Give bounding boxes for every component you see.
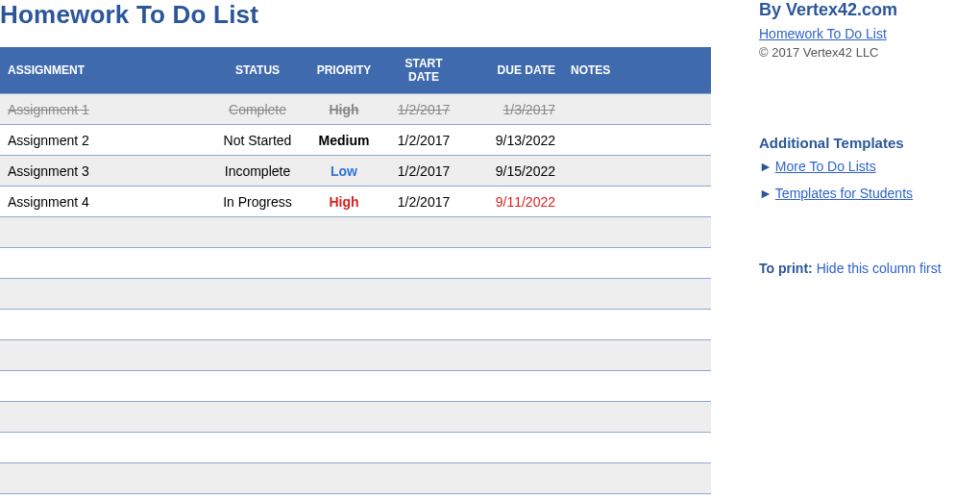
cell-empty[interactable] — [380, 248, 467, 279]
cell-empty[interactable] — [307, 340, 380, 371]
cell-empty[interactable] — [208, 340, 307, 371]
cell-empty[interactable] — [208, 217, 307, 248]
cell-due-date[interactable]: 9/15/2022 — [467, 156, 563, 187]
cell-empty[interactable] — [467, 340, 563, 371]
cell-empty[interactable] — [467, 402, 563, 433]
cell-notes[interactable] — [563, 125, 711, 156]
cell-empty[interactable] — [208, 371, 307, 402]
cell-start-date[interactable]: 1/2/2017 — [380, 187, 467, 217]
cell-empty[interactable] — [0, 433, 208, 463]
cell-empty[interactable] — [307, 279, 380, 310]
cell-empty[interactable] — [563, 217, 711, 248]
cell-notes[interactable] — [563, 94, 711, 125]
cell-empty[interactable] — [563, 494, 711, 500]
cell-empty[interactable] — [467, 433, 563, 463]
cell-empty[interactable] — [380, 402, 467, 433]
table-row-empty — [0, 340, 711, 371]
cell-empty[interactable] — [307, 217, 380, 248]
cell-empty[interactable] — [307, 402, 380, 433]
cell-empty[interactable] — [208, 463, 307, 494]
additional-templates-title: Additional Templates — [759, 135, 980, 151]
cell-due-date[interactable]: 9/13/2022 — [467, 125, 563, 156]
cell-notes[interactable] — [563, 187, 711, 217]
cell-empty[interactable] — [380, 340, 467, 371]
sidebar-link-more-todo[interactable]: ►More To Do Lists — [759, 159, 980, 174]
table-row: Assignment 2Not StartedMedium1/2/20179/1… — [0, 125, 711, 156]
cell-empty[interactable] — [563, 463, 711, 494]
cell-assignment[interactable]: Assignment 2 — [0, 125, 208, 156]
sidebar-main-link[interactable]: Homework To Do List — [759, 26, 887, 41]
cell-start-date[interactable]: 1/2/2017 — [380, 156, 467, 187]
sidebar-link-label: More To Do Lists — [775, 159, 876, 174]
cell-start-date[interactable]: 1/2/2017 — [380, 125, 467, 156]
table-row-empty — [0, 463, 711, 494]
cell-empty[interactable] — [380, 371, 467, 402]
cell-status[interactable]: Complete — [208, 94, 307, 125]
table-row: Assignment 3IncompleteLow1/2/20179/15/20… — [0, 156, 711, 187]
cell-empty[interactable] — [467, 310, 563, 340]
cell-empty[interactable] — [208, 248, 307, 279]
cell-empty[interactable] — [307, 248, 380, 279]
cell-empty[interactable] — [380, 310, 467, 340]
cell-priority[interactable]: Low — [307, 156, 380, 187]
cell-empty[interactable] — [0, 217, 208, 248]
cell-empty[interactable] — [307, 433, 380, 463]
cell-assignment[interactable]: Assignment 1 — [0, 94, 208, 125]
cell-assignment[interactable]: Assignment 4 — [0, 187, 208, 217]
cell-due-date[interactable]: 1/3/2017 — [467, 94, 563, 125]
cell-due-date[interactable]: 9/11/2022 — [467, 187, 563, 217]
cell-empty[interactable] — [467, 371, 563, 402]
cell-status[interactable]: In Progress — [208, 187, 307, 217]
cell-notes[interactable] — [563, 156, 711, 187]
cell-empty[interactable] — [563, 248, 711, 279]
cell-empty[interactable] — [0, 310, 208, 340]
cell-empty[interactable] — [380, 463, 467, 494]
cell-empty[interactable] — [0, 279, 208, 310]
cell-empty[interactable] — [0, 248, 208, 279]
cell-assignment[interactable]: Assignment 3 — [0, 156, 208, 187]
cell-empty[interactable] — [563, 402, 711, 433]
cell-empty[interactable] — [307, 310, 380, 340]
cell-empty[interactable] — [563, 340, 711, 371]
cell-empty[interactable] — [208, 433, 307, 463]
col-notes: NOTES — [563, 47, 711, 94]
cell-empty[interactable] — [208, 402, 307, 433]
cell-start-date[interactable]: 1/2/2017 — [380, 94, 467, 125]
table-row: Assignment 4In ProgressHigh1/2/20179/11/… — [0, 187, 711, 217]
cell-empty[interactable] — [380, 217, 467, 248]
table-row-empty — [0, 217, 711, 248]
cell-empty[interactable] — [0, 402, 208, 433]
table-row-empty — [0, 402, 711, 433]
cell-status[interactable]: Not Started — [208, 125, 307, 156]
cell-empty[interactable] — [307, 463, 380, 494]
cell-empty[interactable] — [0, 340, 208, 371]
cell-empty[interactable] — [380, 433, 467, 463]
sidebar-link-templates-students[interactable]: ►Templates for Students — [759, 186, 980, 201]
cell-empty[interactable] — [467, 217, 563, 248]
cell-empty[interactable] — [563, 310, 711, 340]
cell-empty[interactable] — [563, 433, 711, 463]
cell-empty[interactable] — [208, 279, 307, 310]
cell-empty[interactable] — [380, 494, 467, 500]
cell-empty[interactable] — [208, 310, 307, 340]
cell-empty[interactable] — [563, 371, 711, 402]
cell-status[interactable]: Incomplete — [208, 156, 307, 187]
cell-priority[interactable]: High — [307, 94, 380, 125]
cell-empty[interactable] — [380, 279, 467, 310]
cell-empty[interactable] — [467, 248, 563, 279]
cell-empty[interactable] — [467, 279, 563, 310]
cell-empty[interactable] — [0, 494, 208, 500]
cell-empty[interactable] — [0, 463, 208, 494]
cell-empty[interactable] — [467, 494, 563, 500]
cell-empty[interactable] — [208, 494, 307, 500]
cell-empty[interactable] — [307, 371, 380, 402]
print-instruction: To print: Hide this column first — [759, 261, 980, 276]
print-label: To print: — [759, 261, 813, 276]
cell-priority[interactable]: High — [307, 187, 380, 217]
cell-empty[interactable] — [0, 371, 208, 402]
cell-empty[interactable] — [563, 279, 711, 310]
byline: By Vertex42.com — [759, 0, 980, 20]
cell-empty[interactable] — [307, 494, 380, 500]
cell-priority[interactable]: Medium — [307, 125, 380, 156]
cell-empty[interactable] — [467, 463, 563, 494]
